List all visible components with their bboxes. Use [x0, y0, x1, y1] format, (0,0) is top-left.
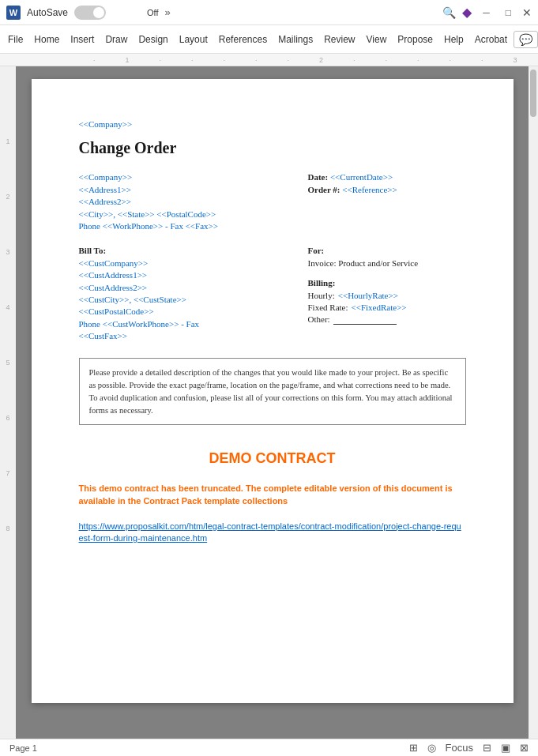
read-mode-icon[interactable]: ⊞	[409, 742, 418, 754]
close-button[interactable]: ✕	[522, 6, 532, 19]
cust-phone-fax: Phone <<CustWorkPhone>> - Fax	[79, 318, 292, 330]
info-right: Date: <<CurrentDate>> Order #: <<Referen…	[308, 171, 466, 232]
margin-mark-8: 8	[6, 525, 9, 532]
menu-design[interactable]: Design	[134, 31, 172, 48]
margin-mark-6: 6	[6, 414, 9, 422]
other-line: Other:	[308, 314, 466, 325]
menu-acrobat[interactable]: Acrobat	[470, 31, 512, 48]
minimize-button[interactable]: ─	[478, 7, 495, 18]
left-margin: 1 2 3 4 5 6 7 8	[0, 66, 16, 739]
bill-section: Bill To: <<CustCompany>> <<CustAddress1>…	[79, 245, 466, 342]
margin-mark-5: 5	[6, 359, 9, 367]
info-grid: <<Company>> <<Address1>> <<Address2>> <<…	[79, 171, 466, 232]
expand-icon[interactable]: »	[165, 6, 171, 18]
demo-contract-text: This demo contract has been truncated. T…	[79, 482, 466, 508]
comment-icon: 💬	[519, 33, 532, 46]
toggle-off-label: Off	[147, 8, 158, 17]
menu-references[interactable]: References	[214, 31, 272, 48]
page-info: Page 1	[9, 743, 37, 753]
company-placeholder: <<Company>>	[79, 118, 466, 130]
menu-insert[interactable]: Insert	[66, 31, 99, 48]
cust-postal: <<CustPostalCode>>	[79, 306, 292, 318]
demo-contract-link[interactable]: https://www.proposalkit.com/htm/legal-co…	[79, 521, 466, 545]
for-label: For:	[308, 245, 466, 257]
city-state-line: <<City>>, <<State>> <<PostalCode>>	[79, 209, 292, 220]
description-box: Please provide a detailed description of…	[79, 358, 466, 425]
billing-label: Billing:	[308, 277, 466, 289]
layout-icon[interactable]: ⊟	[483, 742, 491, 754]
diamond-icon[interactable]: ◆	[462, 5, 472, 20]
order-value: <<Reference>>	[342, 185, 397, 194]
web-layout-icon[interactable]: ⊠	[520, 742, 529, 754]
vertical-scrollbar[interactable]	[529, 66, 538, 739]
cust-address2: <<CustAddress2>>	[79, 282, 292, 294]
other-label: Other:	[308, 314, 330, 325]
menu-view[interactable]: View	[362, 31, 392, 48]
status-right: ⊞ ◎ Focus ⊟ ▣ ⊠	[409, 742, 529, 754]
menu-mailings[interactable]: Mailings	[273, 31, 318, 48]
cust-fax: <<CustFax>>	[79, 330, 292, 342]
title-bar-right: 🔍 ◆ ─ □ ✕	[269, 5, 532, 20]
fixed-rate-line: Fixed Rate: <<FixedRate>>	[308, 302, 466, 314]
menu-draw[interactable]: Draw	[100, 31, 132, 48]
cust-city-state: <<CustCity>>, <<CustState>>	[79, 294, 292, 306]
menu-review[interactable]: Review	[319, 31, 359, 48]
autosave-label: AutoSave	[27, 7, 68, 18]
order-line: Order #: <<Reference>>	[308, 184, 466, 196]
margin-mark-1: 1	[6, 137, 9, 145]
scrollbar-thumb[interactable]	[530, 70, 536, 117]
ruler: ·1·····2·····3·····4·····5·	[0, 54, 538, 66]
page-scroll[interactable]: <<Company>> Change Order <<Company>> <<A…	[16, 66, 529, 739]
ruler-marks: ·1·····2·····3·····4·····5·	[93, 56, 538, 64]
description-text: Please provide a detailed description of…	[89, 368, 453, 414]
date-value: <<CurrentDate>>	[330, 172, 393, 182]
menu-file[interactable]: File	[3, 31, 28, 48]
maximize-button[interactable]: □	[501, 7, 516, 18]
cust-address1: <<CustAddress1>>	[79, 269, 292, 281]
comment-button[interactable]: 💬	[514, 31, 538, 48]
order-label: Order #:	[308, 185, 340, 194]
word-icon: W	[6, 6, 21, 20]
info-left: <<Company>> <<Address1>> <<Address2>> <<…	[79, 171, 292, 232]
margin-mark-2: 2	[6, 193, 9, 201]
fixed-label: Fixed Rate:	[308, 302, 348, 314]
bill-right: For: Invoice: Product and/or Service Bil…	[308, 245, 466, 342]
autosave-toggle[interactable]	[74, 6, 106, 20]
date-label: Date:	[308, 172, 329, 182]
invoice-text: Invoice: Product and/or Service	[308, 258, 466, 269]
document-page[interactable]: <<Company>> Change Order <<Company>> <<A…	[32, 79, 514, 703]
toggle-knob	[93, 7, 104, 18]
title-bar: W AutoSave Off » 🔍 ◆ ─ □ ✕	[0, 0, 538, 25]
status-bar: Page 1 ⊞ ◎ Focus ⊟ ▣ ⊠	[0, 739, 538, 756]
hourly-value: <<HourlyRate>>	[338, 290, 398, 302]
demo-contract-title: DEMO CONTRACT	[79, 449, 466, 468]
document-area: 1 2 3 4 5 6 7 8 <<Company>> Change Order…	[0, 66, 538, 739]
margin-mark-7: 7	[6, 469, 9, 477]
hourly-line: Hourly: <<HourlyRate>>	[308, 290, 466, 302]
hourly-label: Hourly:	[308, 290, 335, 302]
document-title: Change Order	[79, 137, 466, 159]
bill-to-label: Bill To:	[79, 245, 292, 257]
focus-icon[interactable]: ◎	[427, 742, 436, 754]
title-bar-left: W AutoSave Off »	[6, 6, 269, 20]
company-line: <<Company>>	[79, 171, 292, 183]
margin-mark-4: 4	[6, 303, 9, 311]
billing-section: Billing: Hourly: <<HourlyRate>> Fixed Ra…	[308, 277, 466, 326]
menu-bar: File Home Insert Draw Design Layout Refe…	[0, 25, 538, 54]
print-layout-icon[interactable]: ▣	[501, 742, 510, 754]
bill-left: Bill To: <<CustCompany>> <<CustAddress1>…	[79, 245, 292, 342]
date-line: Date: <<CurrentDate>>	[308, 171, 466, 183]
menu-propose[interactable]: Propose	[393, 31, 438, 48]
phone-fax-line: Phone <<WorkPhone>> - Fax <<Fax>>	[79, 220, 292, 232]
cust-company: <<CustCompany>>	[79, 258, 292, 269]
focus-label[interactable]: Focus	[446, 742, 473, 754]
menu-home[interactable]: Home	[29, 31, 64, 48]
other-blank	[333, 315, 397, 325]
menu-help[interactable]: Help	[439, 31, 468, 48]
menu-layout[interactable]: Layout	[175, 31, 213, 48]
for-section: For: Invoice: Product and/or Service	[308, 245, 466, 269]
address1-line: <<Address1>>	[79, 184, 292, 196]
address2-line: <<Address2>>	[79, 196, 292, 208]
fixed-value: <<FixedRate>>	[352, 302, 407, 314]
search-icon[interactable]: 🔍	[442, 6, 456, 19]
